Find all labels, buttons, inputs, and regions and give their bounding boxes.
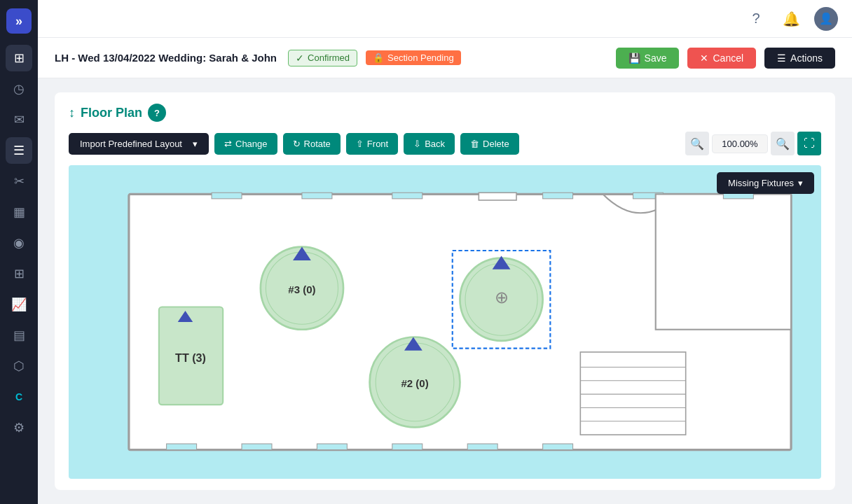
back-icon: ⇩ (413, 139, 421, 149)
svg-rect-8 (656, 194, 791, 329)
missing-fixtures-dropdown-icon: ▾ (798, 178, 803, 188)
svg-text:⊕: ⊕ (495, 288, 509, 307)
floor-plan-canvas[interactable]: TT (3) #3 (0) #2 (0) (69, 165, 821, 479)
page-title: LH - Wed 13/04/2022 Wedding: Sarah & Joh… (55, 52, 277, 64)
sidebar-item-c[interactable]: C (6, 384, 32, 410)
sidebar-item-camera[interactable]: ⬡ (6, 353, 32, 379)
cancel-icon: ✕ (700, 52, 708, 64)
sidebar-item-settings[interactable]: ⚙ (6, 414, 32, 441)
sidebar-item-dashboard[interactable]: ⊞ (6, 45, 32, 71)
change-button[interactable]: ⇄ Change (214, 133, 277, 155)
floor-plan-title: Floor Plan (81, 106, 142, 120)
floor-plan-section: ↕ Floor Plan ? Import Predefined Layout … (55, 92, 835, 490)
floor-plan-help-icon[interactable]: ? (148, 104, 166, 122)
sidebar-item-globe[interactable]: ◉ (6, 230, 32, 256)
actions-button[interactable]: ☰ Actions (764, 48, 835, 69)
front-icon: ⇧ (356, 139, 364, 149)
svg-rect-16 (580, 352, 685, 435)
header-bar: LH - Wed 13/04/2022 Wedding: Sarah & Joh… (38, 38, 852, 78)
dropdown-arrow-icon: ▾ (193, 139, 198, 149)
svg-text:#2 (0): #2 (0) (401, 377, 428, 389)
rotate-icon: ↻ (293, 139, 301, 149)
zoom-level: 100.00% (712, 134, 768, 153)
svg-rect-2 (212, 192, 242, 199)
lock-icon: 🔒 (373, 52, 384, 63)
sidebar-item-list[interactable]: ☰ (6, 137, 32, 164)
svg-rect-3 (302, 192, 332, 199)
svg-rect-4 (392, 192, 422, 199)
svg-text:TT (3): TT (3) (175, 351, 206, 364)
svg-rect-13 (392, 444, 422, 450)
svg-rect-14 (467, 444, 497, 450)
sidebar-item-calendar[interactable]: ▦ (6, 199, 32, 225)
toolbar: Import Predefined Layout ▾ ⇄ Change ↻ Ro… (69, 132, 821, 155)
confirmed-label: Confirmed (308, 52, 350, 63)
zoom-out-button[interactable]: 🔍 (685, 132, 709, 155)
save-button[interactable]: 💾 Save (616, 48, 680, 69)
zoom-in-button[interactable]: 🔍 (771, 132, 795, 155)
sidebar-item-mail[interactable]: ✉ (6, 106, 32, 133)
floor-plan-svg: TT (3) #3 (0) #2 (0) (69, 165, 821, 479)
missing-fixtures-button[interactable]: Missing Fixtures ▾ (717, 172, 814, 194)
svg-rect-5 (479, 192, 516, 200)
sidebar-item-grid[interactable]: ⊞ (6, 260, 32, 287)
trash-icon: 🗑 (470, 139, 479, 149)
sidebar-item-tools[interactable]: ✂ (6, 168, 32, 195)
user-avatar[interactable]: 👤 (814, 7, 838, 31)
missing-fixtures-label: Missing Fixtures (728, 178, 794, 188)
sidebar: » ⊞ ◷ ✉ ☰ ✂ ▦ ◉ ⊞ 📈 ▤ ⬡ C ⚙ (0, 0, 38, 504)
delete-button[interactable]: 🗑 Delete (460, 133, 519, 155)
svg-rect-15 (543, 444, 573, 450)
check-icon: ✓ (296, 52, 304, 64)
floor-plan-header: ↕ Floor Plan ? (69, 104, 821, 122)
svg-rect-12 (317, 444, 347, 450)
main-content: ↕ Floor Plan ? Import Predefined Layout … (38, 78, 852, 504)
zoom-controls: 🔍 100.00% 🔍 ⛶ (685, 132, 821, 155)
sidebar-item-building[interactable]: ▤ (6, 322, 32, 349)
back-button[interactable]: ⇩ Back (404, 133, 455, 155)
svg-rect-10 (167, 444, 197, 450)
sidebar-item-history[interactable]: ◷ (6, 76, 32, 102)
svg-rect-6 (543, 192, 573, 199)
fullscreen-button[interactable]: ⛶ (797, 132, 821, 155)
svg-rect-11 (242, 444, 272, 450)
rotate-button[interactable]: ↻ Rotate (283, 133, 341, 155)
import-layout-button[interactable]: Import Predefined Layout ▾ (69, 133, 209, 155)
bell-icon[interactable]: 🔔 (779, 7, 803, 31)
section-pending-label: Section Pending (387, 52, 454, 63)
confirmed-badge: ✓ Confirmed (288, 50, 357, 66)
canvas-container: Missing Fixtures ▾ (69, 165, 821, 479)
save-icon: 💾 (628, 52, 640, 64)
cancel-button[interactable]: ✕ Cancel (687, 48, 756, 69)
svg-text:#3 (0): #3 (0) (288, 284, 315, 295)
front-button[interactable]: ⇧ Front (346, 133, 398, 155)
section-pending-badge: 🔒 Section Pending (366, 50, 461, 65)
menu-icon: ☰ (777, 52, 786, 64)
help-icon[interactable]: ? (744, 7, 768, 31)
top-nav: ? 🔔 👤 (38, 0, 852, 38)
main-area: ? 🔔 👤 LH - Wed 13/04/2022 Wedding: Sarah… (38, 0, 852, 504)
sidebar-logo[interactable]: » (6, 8, 32, 34)
sidebar-item-chart[interactable]: 📈 (6, 291, 32, 318)
change-icon: ⇄ (224, 139, 232, 149)
